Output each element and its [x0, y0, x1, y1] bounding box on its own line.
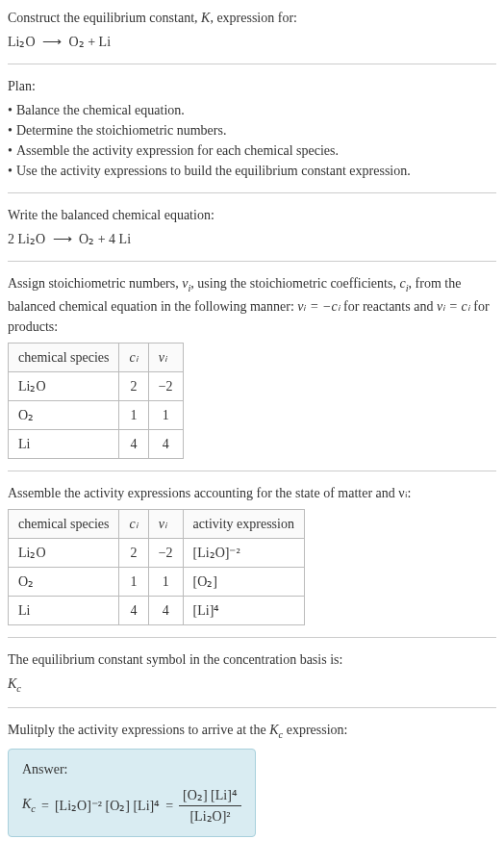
nu-cell: 1: [148, 400, 183, 429]
expr-cell: [Li₂O]⁻²: [183, 538, 304, 567]
activity-title: Assemble the activity expressions accoun…: [8, 483, 496, 503]
fraction-denominator: [Li₂O]²: [186, 806, 234, 827]
plan-section: Plan: Balance the chemical equation. Det…: [8, 76, 496, 193]
stoich-table: chemical species cᵢ νᵢ Li₂O 2 −2 O₂ 1 1 …: [8, 343, 184, 459]
balanced-coef2: 4: [109, 232, 119, 246]
c-cell: 2: [119, 538, 148, 567]
intro-product2: Li: [99, 35, 111, 49]
intro-section: Construct the equilibrium constant, K, e…: [8, 8, 496, 64]
plan-item: Balance the chemical equation.: [8, 100, 496, 120]
intro-product1: O₂: [69, 35, 85, 49]
balanced-section: Write the balanced chemical equation: 2 …: [8, 205, 496, 262]
species-cell: Li: [9, 429, 119, 458]
table-header: activity expression: [183, 509, 304, 538]
table-row: Li₂O 2 −2 [Li₂O]⁻²: [9, 538, 305, 567]
arrow-icon: ⟶: [42, 35, 62, 49]
table-header: chemical species: [9, 509, 119, 538]
equals-sign: =: [41, 796, 49, 816]
species-cell: O₂: [9, 400, 119, 429]
species-cell: O₂: [9, 567, 119, 596]
intro-line1b: , expression for:: [210, 11, 297, 25]
table-header: cᵢ: [119, 509, 148, 538]
answer-term1: [Li₂O]⁻² [O₂] [Li]⁴: [55, 796, 160, 816]
table-header: νᵢ: [148, 343, 183, 371]
balanced-product1: O₂: [79, 232, 94, 246]
table-header: cᵢ: [119, 343, 148, 371]
nu-cell: 4: [148, 429, 183, 458]
table-header-row: chemical species cᵢ νᵢ activity expressi…: [9, 509, 305, 538]
c-cell: 1: [119, 400, 148, 429]
answer-lhs: Kc: [22, 794, 36, 817]
species-cell: Li₂O: [9, 371, 119, 400]
table-row: Li₂O 2 −2: [9, 371, 184, 400]
intro-equation: Li₂O ⟶ O₂ + Li: [8, 32, 496, 52]
intro-K: K: [201, 11, 210, 25]
multiply-section: Mulitply the activity expressions to arr…: [8, 720, 496, 837]
multiply-title: Mulitply the activity expressions to arr…: [8, 720, 496, 743]
stoich-text: Assign stoichiometric numbers, νi, using…: [8, 273, 496, 337]
table-row: Li 4 4: [9, 429, 184, 458]
nu-cell: 1: [148, 567, 183, 596]
symbol-title: The equilibrium constant symbol in the c…: [8, 649, 496, 670]
arrow-icon: ⟶: [53, 232, 72, 246]
answer-label: Answer:: [22, 759, 241, 779]
answer-fraction: [O₂] [Li]⁴ [Li₂O]²: [179, 785, 241, 827]
intro-line1: Construct the equilibrium constant,: [8, 11, 201, 25]
equals-sign: =: [165, 796, 173, 816]
balanced-title: Write the balanced chemical equation:: [8, 205, 496, 225]
balanced-coef1: 2: [8, 232, 18, 246]
balanced-reactant: Li₂O: [18, 232, 46, 246]
expr-cell: [O₂]: [183, 567, 304, 596]
plan-item: Assemble the activity expression for eac…: [8, 140, 496, 161]
plan-item: Use the activity expressions to build th…: [8, 161, 496, 181]
intro-plus: +: [85, 35, 99, 49]
table-row: Li 4 4 [Li]⁴: [9, 596, 305, 624]
plan-item: Determine the stoichiometric numbers.: [8, 120, 496, 140]
activity-section: Assemble the activity expressions accoun…: [8, 483, 496, 638]
fraction-numerator: [O₂] [Li]⁴: [179, 785, 241, 806]
table-header: chemical species: [9, 343, 119, 371]
intro-reactant: Li₂O: [8, 35, 36, 49]
species-cell: Li₂O: [9, 538, 119, 567]
nu-cell: −2: [148, 538, 183, 567]
stoich-section: Assign stoichiometric numbers, νi, using…: [8, 273, 496, 471]
symbol-section: The equilibrium constant symbol in the c…: [8, 649, 496, 709]
table-row: O₂ 1 1 [O₂]: [9, 567, 305, 596]
table-header-row: chemical species cᵢ νᵢ: [9, 343, 184, 371]
table-header: νᵢ: [148, 509, 183, 538]
answer-equation: Kc = [Li₂O]⁻² [O₂] [Li]⁴ = [O₂] [Li]⁴ [L…: [22, 785, 241, 827]
balanced-plus: +: [94, 232, 109, 246]
balanced-product2: Li: [119, 232, 131, 246]
c-cell: 2: [119, 371, 148, 400]
expr-cell: [Li]⁴: [183, 596, 304, 624]
balanced-equation: 2 Li₂O ⟶ O₂ + 4 Li: [8, 229, 496, 249]
c-cell: 4: [119, 596, 148, 624]
c-cell: 1: [119, 567, 148, 596]
species-cell: Li: [9, 596, 119, 624]
c-cell: 4: [119, 429, 148, 458]
plan-list: Balance the chemical equation. Determine…: [8, 100, 496, 181]
table-row: O₂ 1 1: [9, 400, 184, 429]
nu-cell: 4: [148, 596, 183, 624]
nu-cell: −2: [148, 371, 183, 400]
activity-table: chemical species cᵢ νᵢ activity expressi…: [8, 509, 305, 625]
intro-text: Construct the equilibrium constant, K, e…: [8, 8, 496, 28]
symbol-value: Kc: [8, 674, 496, 697]
plan-title: Plan:: [8, 76, 496, 96]
answer-box: Answer: Kc = [Li₂O]⁻² [O₂] [Li]⁴ = [O₂] …: [8, 749, 256, 837]
